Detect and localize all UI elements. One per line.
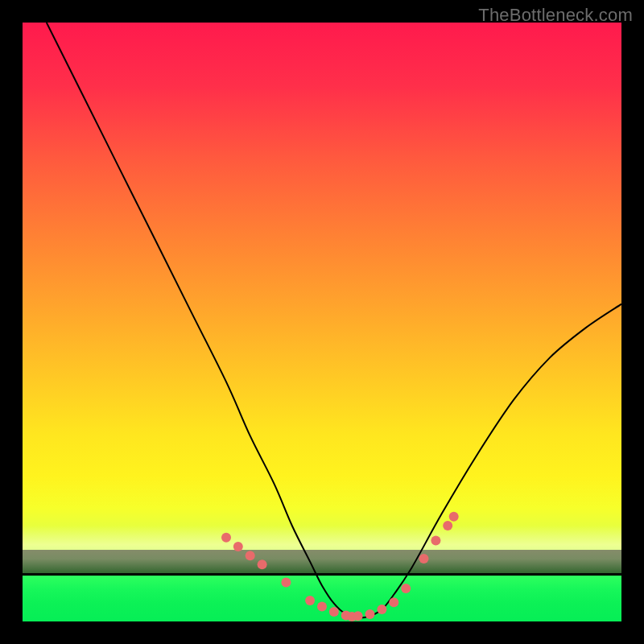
gradient-haze [23,526,621,574]
green-band [23,576,621,621]
gradient-background [23,23,621,550]
chart-frame: TheBottleneck.com [0,0,644,644]
watermark-text: TheBottleneck.com [478,5,633,26]
plot-area [23,23,621,621]
